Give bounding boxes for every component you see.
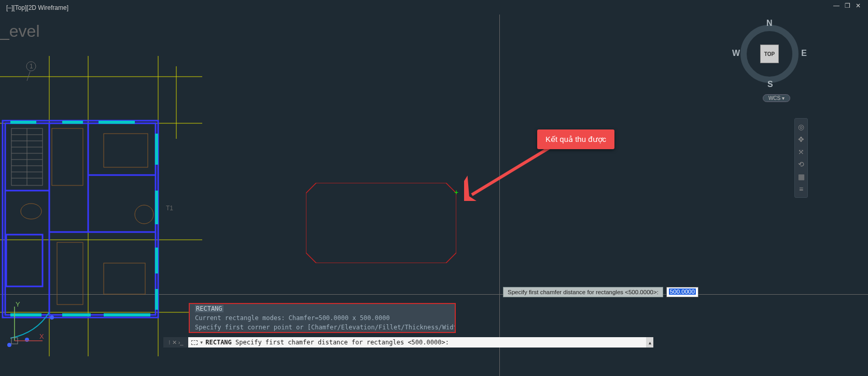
minimize-button[interactable]: — [833, 2, 839, 9]
cmd-history-line: RECTANG [190, 304, 455, 313]
rectang-icon [191, 340, 198, 345]
svg-rect-27 [104, 134, 148, 167]
navigation-bar: ◎ ✥ ⤧ ⟲ ▦ ≡ [794, 118, 808, 198]
callout-arrow [464, 144, 557, 201]
command-line-handle[interactable]: ⁝ ✕ ›_ [163, 337, 188, 348]
viewport-label[interactable]: [–][Top][2D Wireframe] [6, 4, 68, 11]
ucs-icon[interactable]: Y X [5, 300, 47, 347]
wcs-label[interactable]: WCS ▾ [763, 94, 790, 102]
svg-point-31 [21, 204, 41, 219]
svg-point-28 [135, 205, 153, 224]
dynamic-input[interactable]: Specify first chamfer distance for recta… [503, 287, 698, 297]
viewcube-north[interactable]: N [766, 19, 773, 28]
dynamic-input-prompt: Specify first chamfer distance for recta… [503, 287, 663, 297]
command-dropdown-icon[interactable]: ▾ [200, 339, 203, 346]
svg-text:Y: Y [16, 300, 20, 308]
pan-icon[interactable]: ✥ [795, 133, 807, 146]
restore-button[interactable]: ❐ [845, 2, 850, 9]
nav-expand-icon[interactable]: ≡ [795, 183, 807, 195]
svg-rect-29 [57, 242, 83, 305]
svg-text:T1: T1 [166, 205, 173, 212]
svg-rect-30 [104, 263, 145, 294]
viewcube-top-face[interactable]: TOP [760, 45, 779, 63]
command-name: RECTANG [205, 339, 232, 346]
cmd-history-line: Current rectangle modes: Chamfer=500.000… [190, 313, 455, 323]
svg-rect-8 [3, 121, 158, 317]
cmd-history-line: Specify first corner point or [Chamfer/E… [190, 323, 455, 332]
svg-line-47 [27, 71, 30, 81]
viewcube[interactable]: N S W E TOP [733, 18, 806, 90]
svg-marker-49 [306, 183, 456, 263]
close-button[interactable]: ✕ [856, 2, 861, 9]
dynamic-input-field[interactable]: 500.0000 [666, 287, 698, 297]
annotation-callout: Kết quả thu được [537, 129, 614, 149]
svg-rect-15 [6, 235, 43, 286]
viewcube-south[interactable]: S [767, 80, 773, 89]
document-window-controls: — ❐ ✕ [833, 2, 861, 9]
crosshair-vertical [499, 15, 500, 376]
viewcube-east[interactable]: E [801, 49, 807, 58]
command-line[interactable]: ⁝ ✕ ›_ ▾ RECTANG Specify first chamfer d… [163, 337, 653, 348]
chamfered-rectangle-result [306, 183, 456, 263]
orbit-icon[interactable]: ⟲ [795, 158, 807, 170]
command-input[interactable]: ▾ RECTANG Specify first chamfer distance… [188, 337, 646, 348]
showmotion-icon[interactable]: ▦ [795, 170, 807, 183]
svg-text:X: X [39, 332, 44, 340]
svg-line-50 [472, 146, 552, 195]
svg-point-33 [50, 315, 54, 320]
zoom-extents-icon[interactable]: ⤧ [795, 146, 807, 158]
command-history: RECTANG Current rectangle modes: Chamfer… [189, 303, 456, 333]
command-recent-icon[interactable]: ▴ [646, 337, 653, 348]
nav-wheel-icon[interactable]: ◎ [795, 121, 807, 133]
command-prompt-text: Specify first chamfer distance for recta… [235, 339, 449, 346]
viewcube-west[interactable]: W [732, 49, 740, 58]
svg-text:1: 1 [30, 63, 33, 70]
svg-rect-26 [52, 128, 83, 185]
